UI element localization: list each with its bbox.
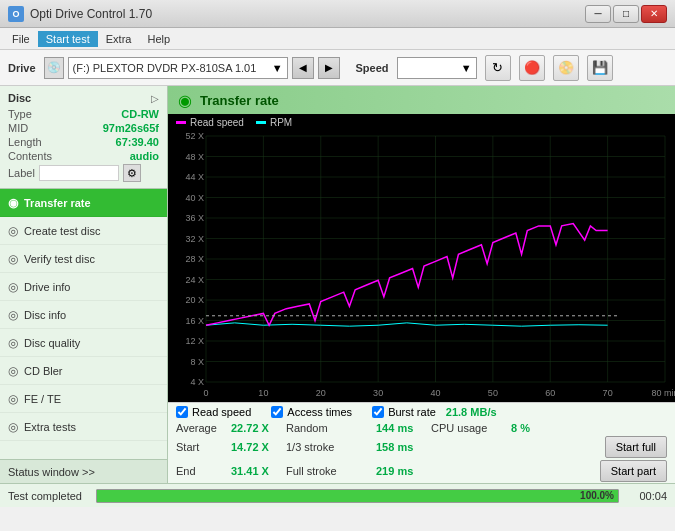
start-key: Start (176, 441, 231, 453)
read-speed-checkbox[interactable] (176, 406, 188, 418)
access-times-checkbox-item: Access times (271, 406, 352, 418)
disc-arrow-icon[interactable]: ▷ (151, 93, 159, 104)
chart-header-icon: ◉ (178, 91, 192, 110)
status-bar: Test completed 100.0% 00:04 (0, 483, 675, 507)
nav-create-test-disc[interactable]: ◎ Create test disc (0, 217, 167, 245)
cd-bler-icon: ◎ (8, 364, 18, 378)
right-panel: ◉ Transfer rate Read speed RPM Read spee… (168, 86, 675, 483)
nav-create-test-disc-label: Create test disc (24, 225, 100, 237)
full-stroke-key: Full stroke (286, 465, 376, 477)
erase-button[interactable]: 🔴 (519, 55, 545, 81)
nav-fe-te[interactable]: ◎ FE / TE (0, 385, 167, 413)
extra-tests-icon: ◎ (8, 420, 18, 434)
transfer-rate-icon: ◉ (8, 196, 18, 210)
nav-disc-info-label: Disc info (24, 309, 66, 321)
nav-disc-quality[interactable]: ◎ Disc quality (0, 329, 167, 357)
burst-rate-checkbox-item: Burst rate 21.8 MB/s (372, 406, 496, 418)
speed-label: Speed (356, 62, 389, 74)
cpu-key: CPU usage (431, 422, 511, 434)
read-speed-checkbox-item: Read speed (176, 406, 251, 418)
speed-refresh-button[interactable]: ↻ (485, 55, 511, 81)
end-value: 31.41 X (231, 465, 286, 477)
maximize-button[interactable]: □ (613, 5, 639, 23)
length-value: 67:39.40 (116, 136, 159, 148)
access-times-checkbox[interactable] (271, 406, 283, 418)
nav-verify-test-disc-label: Verify test disc (24, 253, 95, 265)
stroke-value: 158 ms (376, 441, 431, 453)
left-panel: Disc ▷ Type CD-RW MID 97m26s65f Length 6… (0, 86, 168, 483)
random-key: Random (286, 422, 376, 434)
progress-bar-container: 100.0% (96, 489, 619, 503)
progress-fill (97, 490, 618, 502)
rpm-legend-label: RPM (270, 117, 292, 128)
nav-transfer-rate[interactable]: ◉ Transfer rate (0, 189, 167, 217)
disc-quality-icon: ◎ (8, 336, 18, 350)
drive-eject-icon[interactable]: 💿 (44, 57, 64, 79)
label-input[interactable] (39, 165, 119, 181)
stats-row: Read speed Access times Burst rate 21.8 … (168, 402, 675, 421)
menu-extra[interactable]: Extra (98, 31, 140, 47)
menu-file[interactable]: File (4, 31, 38, 47)
read-speed-checkbox-label: Read speed (192, 406, 251, 418)
mid-key: MID (8, 122, 28, 134)
drive-info-icon: ◎ (8, 280, 18, 294)
access-times-checkbox-label: Access times (287, 406, 352, 418)
drive-select-area: 💿 (F:) PLEXTOR DVDR PX-810SA 1.01 ▼ ◀ ▶ (44, 57, 340, 79)
end-key: End (176, 465, 231, 477)
average-value: 22.72 X (231, 422, 286, 434)
record-button[interactable]: 📀 (553, 55, 579, 81)
start-part-btn-wrapper: Start part (600, 460, 667, 482)
drive-bar: Drive 💿 (F:) PLEXTOR DVDR PX-810SA 1.01 … (0, 50, 675, 86)
start-full-button[interactable]: Start full (605, 436, 667, 458)
nav-drive-info[interactable]: ◎ Drive info (0, 273, 167, 301)
cpu-value: 8 % (511, 422, 566, 434)
label-key: Label (8, 167, 35, 179)
create-disc-icon: ◎ (8, 224, 18, 238)
chart-header: ◉ Transfer rate (168, 86, 675, 114)
legend-read-speed: Read speed (176, 117, 244, 128)
burst-rate-checkbox[interactable] (372, 406, 384, 418)
contents-key: Contents (8, 150, 52, 162)
chart-canvas (168, 131, 675, 402)
full-stroke-value: 219 ms (376, 465, 431, 477)
burst-rate-checkbox-label: Burst rate (388, 406, 436, 418)
data-rows-area: Average 22.72 X Random 144 ms CPU usage … (168, 421, 675, 483)
drive-dropdown-text: (F:) PLEXTOR DVDR PX-810SA 1.01 (73, 62, 257, 74)
nav-fe-te-label: FE / TE (24, 393, 61, 405)
drive-label: Drive (8, 62, 36, 74)
nav-disc-quality-label: Disc quality (24, 337, 80, 349)
window-controls: ─ □ ✕ (585, 5, 667, 23)
minimize-button[interactable]: ─ (585, 5, 611, 23)
drive-next-button[interactable]: ▶ (318, 57, 340, 79)
contents-value: audio (130, 150, 159, 162)
label-settings-button[interactable]: ⚙ (123, 164, 141, 182)
drive-prev-button[interactable]: ◀ (292, 57, 314, 79)
disc-info-panel: Disc ▷ Type CD-RW MID 97m26s65f Length 6… (0, 86, 167, 189)
main-layout: Disc ▷ Type CD-RW MID 97m26s65f Length 6… (0, 86, 675, 483)
chart-title: Transfer rate (200, 93, 279, 108)
app-title: Opti Drive Control 1.70 (30, 7, 152, 21)
app-icon: O (8, 6, 24, 22)
nav-cd-bler[interactable]: ◎ CD Bler (0, 357, 167, 385)
nav-verify-test-disc[interactable]: ◎ Verify test disc (0, 245, 167, 273)
status-text: Test completed (8, 490, 88, 502)
type-key: Type (8, 108, 32, 120)
save-button[interactable]: 💾 (587, 55, 613, 81)
start-part-button[interactable]: Start part (600, 460, 667, 482)
start-value: 14.72 X (231, 441, 286, 453)
menu-start-test[interactable]: Start test (38, 31, 98, 47)
burst-rate-value: 21.8 MB/s (446, 406, 497, 418)
close-button[interactable]: ✕ (641, 5, 667, 23)
legend-rpm: RPM (256, 117, 292, 128)
drive-dropdown[interactable]: (F:) PLEXTOR DVDR PX-810SA 1.01 ▼ (68, 57, 288, 79)
fe-te-icon: ◎ (8, 392, 18, 406)
nav-extra-tests[interactable]: ◎ Extra tests (0, 413, 167, 441)
start-row: Start 14.72 X 1/3 stroke 158 ms Start fu… (168, 435, 675, 459)
speed-dropdown[interactable]: ▼ (397, 57, 477, 79)
nav-disc-info[interactable]: ◎ Disc info (0, 301, 167, 329)
status-window-label: Status window >> (8, 466, 95, 478)
menu-help[interactable]: Help (139, 31, 178, 47)
length-key: Length (8, 136, 42, 148)
status-window-button[interactable]: Status window >> (0, 459, 167, 483)
disc-section-title: Disc (8, 92, 31, 104)
